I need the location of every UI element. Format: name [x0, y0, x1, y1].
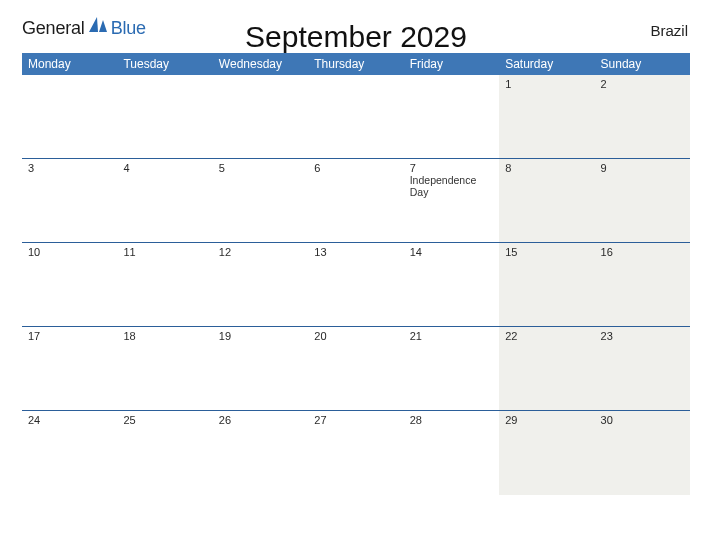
day-cell: [117, 75, 212, 158]
day-cell: 11: [117, 243, 212, 326]
week-row: 10111213141516: [22, 243, 690, 327]
day-cell: [22, 75, 117, 158]
day-cell: 6: [308, 159, 403, 242]
day-number: 22: [505, 330, 588, 342]
day-cell: 26: [213, 411, 308, 495]
day-cell: 28: [404, 411, 499, 495]
page-title: September 2029: [245, 20, 467, 54]
day-number: 3: [28, 162, 111, 174]
day-cell: 2: [595, 75, 690, 158]
week-row: 12: [22, 75, 690, 159]
logo-text-2: Blue: [111, 18, 146, 39]
day-cell: 4: [117, 159, 212, 242]
brand-logo: General Blue: [22, 18, 146, 39]
day-cell: 10: [22, 243, 117, 326]
day-number: 24: [28, 414, 111, 426]
day-cell: 29: [499, 411, 594, 495]
day-number: 27: [314, 414, 397, 426]
day-number: 19: [219, 330, 302, 342]
day-cell: 7Independence Day: [404, 159, 499, 242]
day-cell: 12: [213, 243, 308, 326]
day-cell: 25: [117, 411, 212, 495]
day-number: 1: [505, 78, 588, 90]
day-cell: 20: [308, 327, 403, 410]
day-header: Tuesday: [117, 53, 212, 75]
day-header: Thursday: [308, 53, 403, 75]
day-cell: [213, 75, 308, 158]
logo-mark-icon: [89, 16, 109, 37]
day-header: Saturday: [499, 53, 594, 75]
day-number: 7: [410, 162, 493, 174]
day-number: 13: [314, 246, 397, 258]
day-header: Wednesday: [213, 53, 308, 75]
day-number: 26: [219, 414, 302, 426]
day-cell: 14: [404, 243, 499, 326]
day-cell: 17: [22, 327, 117, 410]
day-number: 6: [314, 162, 397, 174]
day-header: Friday: [404, 53, 499, 75]
day-cell: 23: [595, 327, 690, 410]
day-cell: [308, 75, 403, 158]
country-label: Brazil: [650, 18, 690, 39]
day-cell: 9: [595, 159, 690, 242]
day-cell: 19: [213, 327, 308, 410]
day-cell: 21: [404, 327, 499, 410]
week-row: 17181920212223: [22, 327, 690, 411]
day-number: 29: [505, 414, 588, 426]
day-header: Monday: [22, 53, 117, 75]
day-number: 16: [601, 246, 684, 258]
day-number: 5: [219, 162, 302, 174]
week-row: 24252627282930: [22, 411, 690, 495]
day-number: 28: [410, 414, 493, 426]
week-row: 34567Independence Day89: [22, 159, 690, 243]
day-header: Sunday: [595, 53, 690, 75]
day-number: 18: [123, 330, 206, 342]
day-cell: 16: [595, 243, 690, 326]
day-cell: 8: [499, 159, 594, 242]
header: General Blue September 2029 Brazil: [22, 18, 690, 39]
day-number: 21: [410, 330, 493, 342]
day-cell: 30: [595, 411, 690, 495]
day-number: 8: [505, 162, 588, 174]
day-number: 2: [601, 78, 684, 90]
calendar: Monday Tuesday Wednesday Thursday Friday…: [22, 53, 690, 495]
day-cell: 1: [499, 75, 594, 158]
day-cell: 18: [117, 327, 212, 410]
day-number: 23: [601, 330, 684, 342]
day-cell: 27: [308, 411, 403, 495]
day-number: 15: [505, 246, 588, 258]
day-number: 10: [28, 246, 111, 258]
day-number: 4: [123, 162, 206, 174]
day-number: 14: [410, 246, 493, 258]
day-number: 25: [123, 414, 206, 426]
day-cell: 3: [22, 159, 117, 242]
day-cell: 13: [308, 243, 403, 326]
day-cell: 22: [499, 327, 594, 410]
day-number: 9: [601, 162, 684, 174]
day-number: 12: [219, 246, 302, 258]
day-cell: 5: [213, 159, 308, 242]
day-number: 11: [123, 246, 206, 258]
day-event: Independence Day: [410, 175, 493, 198]
logo-text-1: General: [22, 18, 85, 39]
day-number: 17: [28, 330, 111, 342]
day-cell: 15: [499, 243, 594, 326]
day-cell: 24: [22, 411, 117, 495]
day-number: 20: [314, 330, 397, 342]
day-number: 30: [601, 414, 684, 426]
day-header-row: Monday Tuesday Wednesday Thursday Friday…: [22, 53, 690, 75]
day-cell: [404, 75, 499, 158]
